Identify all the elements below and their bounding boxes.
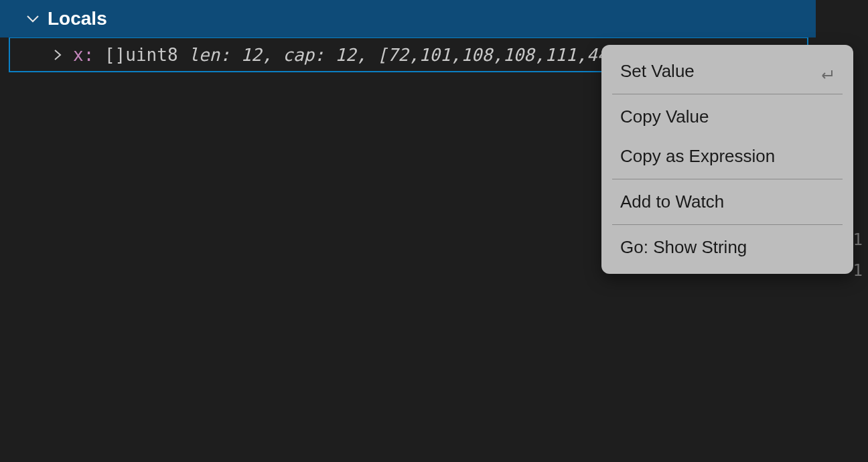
- menu-item-set-value[interactable]: Set Value: [601, 52, 853, 91]
- chevron-down-icon: [26, 12, 40, 25]
- variable-values: [72,101,108,108,111,44: [377, 45, 607, 65]
- variable-type: []uint8: [104, 45, 188, 65]
- variable-details: len: 12, cap: 12,: [188, 45, 377, 65]
- variable-name: x:: [73, 45, 94, 65]
- section-header-locals[interactable]: Locals: [0, 0, 816, 37]
- variable-content: x: []uint8 len: 12, cap: 12, [72,101,108…: [73, 45, 607, 65]
- gutter-line-number: 1: [853, 230, 863, 249]
- menu-item-label: Copy as Expression: [620, 146, 775, 167]
- enter-key-icon: [818, 65, 835, 78]
- menu-item-label: Go: Show String: [620, 237, 747, 258]
- context-menu: Set Value Copy Value Copy as Expression …: [601, 45, 853, 274]
- menu-item-copy-value[interactable]: Copy Value: [601, 97, 853, 137]
- menu-separator: [612, 224, 843, 225]
- menu-item-add-watch[interactable]: Add to Watch: [601, 182, 853, 222]
- menu-item-copy-expression[interactable]: Copy as Expression: [601, 137, 853, 176]
- menu-separator: [612, 179, 843, 179]
- chevron-right-icon[interactable]: [52, 49, 64, 61]
- menu-separator: [612, 94, 843, 94]
- section-title: Locals: [48, 8, 107, 29]
- gutter-line-number: 1: [853, 261, 863, 280]
- menu-item-label: Copy Value: [620, 106, 709, 127]
- menu-item-label: Set Value: [620, 61, 695, 82]
- menu-item-label: Add to Watch: [620, 191, 724, 212]
- menu-item-go-show-string[interactable]: Go: Show String: [601, 228, 853, 267]
